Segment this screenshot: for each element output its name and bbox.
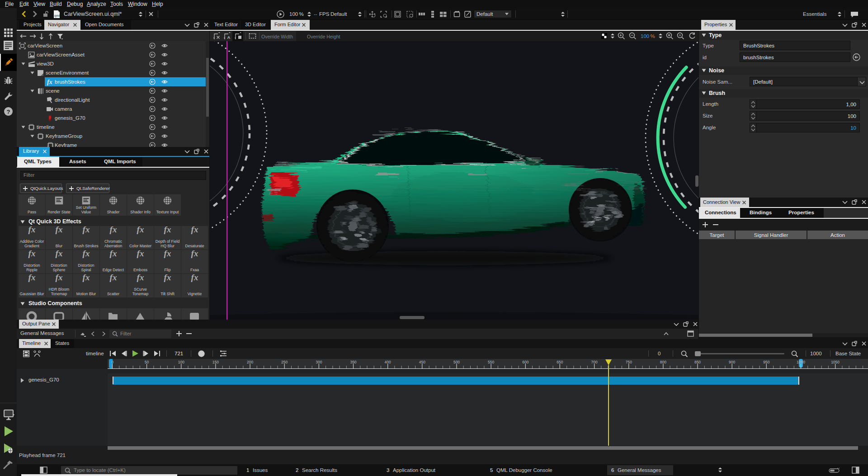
svg-text:800: 800 xyxy=(660,360,666,364)
svg-text:150: 150 xyxy=(212,360,219,364)
svg-text:650: 650 xyxy=(557,360,563,364)
svg-text:950: 950 xyxy=(763,360,769,364)
svg-text:600: 600 xyxy=(522,360,528,364)
svg-text:400: 400 xyxy=(385,360,391,364)
svg-text:fx: fx xyxy=(47,79,52,85)
svg-text:350: 350 xyxy=(350,360,356,364)
svg-text:50: 50 xyxy=(145,360,149,364)
svg-text:500: 500 xyxy=(453,360,460,364)
svg-text:850: 850 xyxy=(694,360,701,364)
svg-text:qml: qml xyxy=(54,14,60,18)
svg-text:0: 0 xyxy=(112,360,114,364)
svg-text:550: 550 xyxy=(488,360,494,364)
svg-text:A: A xyxy=(227,35,231,40)
svg-text:?: ? xyxy=(7,108,10,115)
svg-text:900: 900 xyxy=(729,360,735,364)
svg-text:250: 250 xyxy=(281,360,288,364)
svg-text:1000: 1000 xyxy=(797,360,805,364)
svg-text:700: 700 xyxy=(591,360,598,364)
svg-text:300: 300 xyxy=(316,360,322,364)
svg-text:1050: 1050 xyxy=(831,360,840,364)
svg-text:100: 100 xyxy=(178,360,184,364)
svg-text:450: 450 xyxy=(419,360,425,364)
svg-text:200: 200 xyxy=(247,360,253,364)
svg-text:750: 750 xyxy=(626,360,632,364)
